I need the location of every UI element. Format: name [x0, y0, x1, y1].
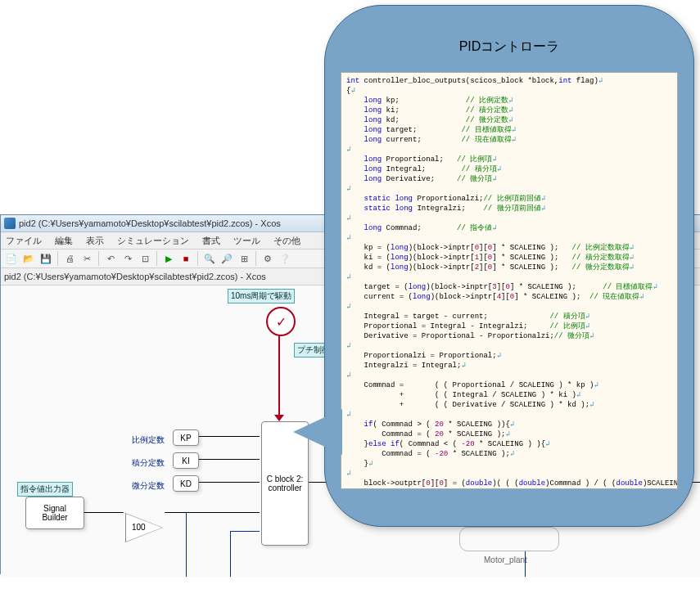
- redo-icon[interactable]: ↷: [120, 251, 135, 266]
- menu-format[interactable]: 書式: [199, 233, 224, 249]
- open-icon[interactable]: 📂: [21, 251, 36, 266]
- gain-block[interactable]: 100: [125, 513, 163, 542]
- fb-wire-3b: [230, 531, 260, 532]
- motor-plant-label: Motor_plant: [484, 555, 527, 564]
- separator: [57, 251, 58, 266]
- separator: [197, 251, 198, 266]
- separator: [98, 251, 99, 266]
- zoom-fit-icon[interactable]: ⊞: [237, 251, 251, 266]
- ki-label: 積分定数: [132, 457, 165, 469]
- signal-builder-block[interactable]: Signal Builder: [25, 497, 84, 529]
- menu-tools[interactable]: ツール: [230, 233, 264, 249]
- zoom-out-icon[interactable]: 🔎: [219, 251, 234, 266]
- menu-file[interactable]: ファイル: [2, 233, 45, 249]
- code-panel: int controller_bloc_outputs(scicos_block…: [341, 72, 678, 489]
- signal-to-gain-wire: [84, 512, 124, 513]
- tab-active[interactable]: pid2 (C:¥Users¥yamamoto¥Desktop¥scilabte…: [4, 272, 266, 281]
- kd-label: 微分定数: [132, 480, 165, 492]
- kd-value: KD: [180, 479, 192, 488]
- ki-value: KI: [182, 456, 189, 465]
- delete-icon[interactable]: ✂: [79, 251, 94, 266]
- kd-wire: [199, 482, 260, 483]
- fb-wire-5: [525, 551, 526, 577]
- clock-caption: 10ms周期で駆動: [228, 289, 295, 303]
- stop-icon[interactable]: ■: [178, 251, 193, 266]
- separator: [156, 251, 157, 266]
- callout-tail: [293, 409, 342, 455]
- gain-to-ctrl-wire: [165, 512, 260, 513]
- callout-title: PIDコントローラ: [459, 38, 560, 56]
- app-icon: [4, 218, 16, 229]
- kp-label: 比例定数: [132, 434, 165, 446]
- callout-bubble: PIDコントローラ int controller_bloc_outputs(sc…: [324, 5, 694, 527]
- zoom-in-icon[interactable]: 🔍: [202, 251, 217, 266]
- help-icon[interactable]: ❔: [278, 251, 292, 266]
- window-title: pid2 (C:¥Users¥yamamoto¥Desktop¥scilabte…: [19, 218, 281, 228]
- menu-simulation[interactable]: シミュレーション: [114, 233, 192, 249]
- clock-arrow: [274, 415, 284, 421]
- gain-value: 100: [132, 523, 146, 532]
- clock-block[interactable]: ✓: [266, 307, 296, 336]
- print-icon[interactable]: 🖨: [62, 251, 77, 266]
- kd-const-block[interactable]: KD: [173, 475, 199, 492]
- undo-icon[interactable]: ↶: [103, 251, 118, 266]
- new-icon[interactable]: 📄: [4, 251, 19, 266]
- kp-wire: [199, 436, 260, 437]
- kp-value: KP: [180, 434, 191, 443]
- save-icon[interactable]: 💾: [38, 251, 53, 266]
- cog-icon[interactable]: ⚙: [260, 251, 275, 266]
- fb-wire-1: [186, 512, 187, 577]
- separator: [255, 251, 256, 266]
- signal-caption: 指令値出力器: [17, 482, 73, 497]
- menu-edit[interactable]: 編集: [52, 233, 76, 249]
- ki-const-block[interactable]: KI: [173, 452, 199, 469]
- fit-icon[interactable]: ⊡: [138, 251, 152, 266]
- menu-view[interactable]: 表示: [83, 233, 107, 249]
- clock-wire: [278, 335, 280, 416]
- motor-plant-block[interactable]: [459, 527, 559, 551]
- menu-other[interactable]: その他: [270, 233, 304, 249]
- ki-wire: [199, 459, 260, 460]
- play-icon[interactable]: ▶: [161, 251, 176, 266]
- fb-wire-3: [230, 531, 231, 577]
- kp-const-block[interactable]: KP: [173, 429, 199, 446]
